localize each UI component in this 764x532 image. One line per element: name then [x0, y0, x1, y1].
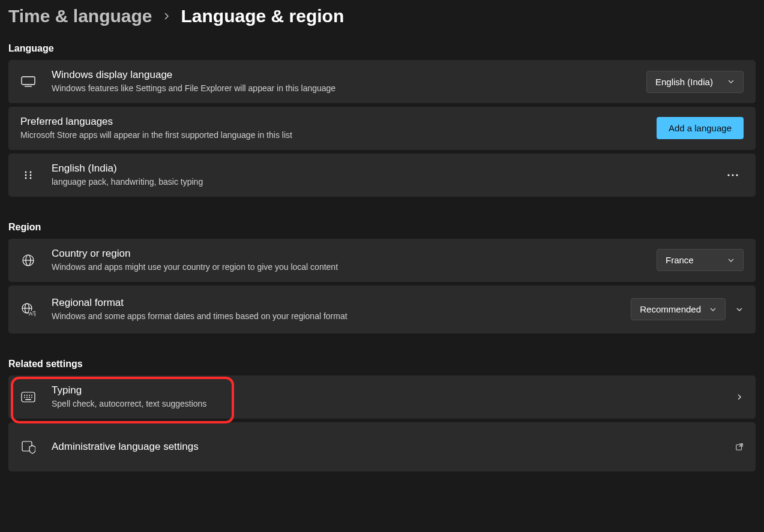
- svg-line-31: [739, 443, 742, 446]
- svg-point-5: [30, 174, 32, 176]
- display-language-selected: English (India): [655, 77, 713, 87]
- svg-point-2: [25, 171, 27, 173]
- typing-link-card[interactable]: Typing Spell check, autocorrect, text su…: [8, 375, 756, 419]
- chevron-down-icon: [709, 306, 717, 313]
- preferred-languages-title: Preferred languages: [20, 115, 657, 128]
- regional-format-title: Regional format: [52, 296, 631, 309]
- svg-rect-0: [22, 77, 35, 85]
- regional-format-dropdown[interactable]: Recommended: [631, 298, 726, 320]
- chevron-right-icon: [735, 393, 744, 401]
- svg-point-23: [31, 395, 32, 396]
- svg-point-7: [30, 177, 32, 179]
- regional-format-card: A字 Regional format Windows and some apps…: [8, 285, 756, 333]
- svg-point-21: [26, 395, 28, 396]
- preferred-languages-sub: Microsoft Store apps will appear in the …: [20, 130, 657, 142]
- language-item-sub: language pack, handwriting, basic typing: [52, 176, 722, 188]
- svg-text:A字: A字: [29, 311, 35, 317]
- globe-icon: [20, 254, 36, 267]
- svg-point-20: [24, 395, 25, 396]
- chevron-down-icon: [727, 257, 735, 264]
- display-language-dropdown[interactable]: English (India): [646, 71, 744, 93]
- admin-shield-icon: [20, 440, 36, 454]
- country-dropdown[interactable]: France: [657, 249, 744, 271]
- display-language-card: Windows display language Windows feature…: [8, 60, 756, 103]
- display-language-sub: Windows features like Settings and File …: [52, 83, 646, 95]
- country-title: Country or region: [52, 247, 657, 260]
- svg-point-4: [25, 174, 27, 176]
- breadcrumb-current: Language & region: [181, 6, 344, 26]
- svg-rect-19: [22, 392, 35, 402]
- svg-point-3: [30, 171, 32, 173]
- typing-title: Typing: [52, 384, 735, 397]
- language-item-title: English (India): [52, 162, 722, 175]
- section-heading-region: Region: [8, 222, 756, 233]
- svg-point-9: [732, 174, 733, 176]
- monitor-icon: [20, 76, 36, 88]
- country-selected: France: [666, 255, 694, 265]
- breadcrumb: Time & language Language & region: [8, 6, 756, 26]
- admin-title: Administrative language settings: [52, 440, 735, 453]
- language-item-card[interactable]: English (India) language pack, handwriti…: [8, 154, 756, 197]
- svg-point-24: [24, 396, 25, 398]
- breadcrumb-parent[interactable]: Time & language: [8, 6, 152, 26]
- regional-format-selected: Recommended: [640, 304, 701, 314]
- section-heading-related: Related settings: [8, 359, 756, 369]
- globe-text-icon: A字: [20, 302, 36, 317]
- more-options-button[interactable]: [722, 171, 744, 179]
- svg-point-10: [736, 174, 738, 176]
- drag-handle-icon[interactable]: [20, 170, 36, 180]
- keyboard-icon: [20, 392, 36, 402]
- svg-point-8: [727, 174, 729, 176]
- regional-format-sub: Windows and some apps format dates and t…: [52, 311, 631, 323]
- country-card: Country or region Windows and apps might…: [8, 239, 756, 282]
- svg-point-22: [29, 395, 30, 396]
- typing-sub: Spell check, autocorrect, text suggestio…: [52, 398, 735, 410]
- add-language-button[interactable]: Add a language: [657, 117, 744, 139]
- chevron-right-icon: [163, 13, 170, 20]
- country-sub: Windows and apps might use your country …: [52, 262, 657, 273]
- svg-point-6: [25, 177, 27, 179]
- svg-point-27: [31, 396, 32, 398]
- chevron-down-icon: [727, 78, 735, 85]
- preferred-languages-card: Preferred languages Microsoft Store apps…: [8, 107, 756, 150]
- svg-point-25: [26, 396, 28, 398]
- external-link-icon: [735, 443, 744, 451]
- admin-language-card[interactable]: Administrative language settings: [8, 422, 756, 471]
- svg-rect-28: [25, 399, 31, 400]
- section-heading-language: Language: [8, 43, 756, 54]
- svg-point-26: [29, 396, 30, 398]
- expand-chevron-icon[interactable]: [735, 305, 744, 314]
- display-language-title: Windows display language: [52, 68, 646, 82]
